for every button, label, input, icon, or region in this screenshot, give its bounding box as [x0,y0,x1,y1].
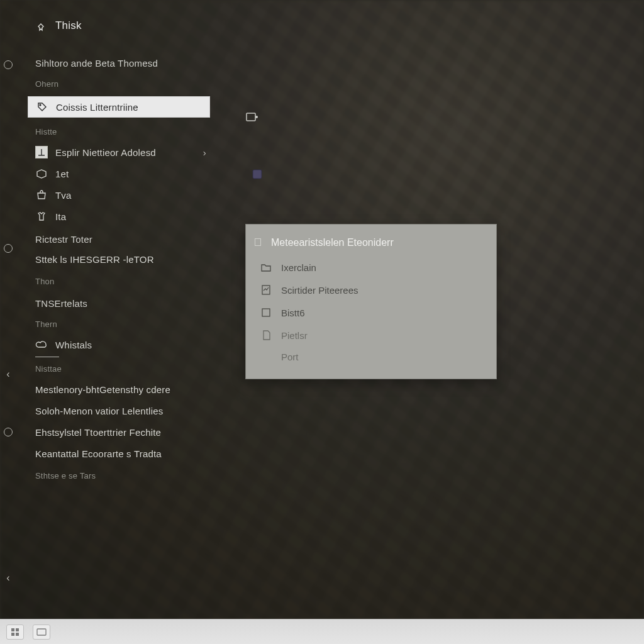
menu-title-text: Thisk [55,19,82,32]
desktop-shortcut-icon[interactable] [245,111,259,125]
svg-rect-2 [253,170,262,179]
menu-sub-label: Thon [0,270,219,291]
menu-sub-label: Thern [0,313,219,334]
context-menu: Meteearistslelen Eteoniderr Ixerclain Sc… [245,224,497,379]
menu-item[interactable]: Keantattal Ecoorarte s Tradta [0,443,219,464]
menu-heading: Sihltoro ande Beta Thomesd [0,42,219,72]
taskbar-start-button[interactable] [6,625,24,640]
svg-rect-6 [11,628,14,631]
bag-icon [35,189,48,201]
menu-item[interactable]: Whistals [0,334,219,355]
context-menu-item[interactable]: Ixerclain [246,256,496,279]
cloud-icon [35,338,48,351]
context-menu-item[interactable]: Pietlsr [246,324,496,347]
collapse-chevron-icon[interactable]: ‹ [4,574,13,582]
folder-icon [260,261,272,274]
desktop-shortcut-icon[interactable] [250,167,264,181]
menu-section-heading: TNSErtelats [0,291,219,313]
square-icon [260,306,272,319]
svg-rect-9 [16,633,19,636]
menu-item[interactable]: Ehstsylstel Ttoerttrier Fechite [0,421,219,443]
menu-item[interactable]: Sttek ls IHESGERR -leTOR [0,248,219,270]
document-icon [260,284,272,296]
svg-point-1 [255,116,258,118]
context-menu-title: Meteearistslelen Eteoniderr [246,231,496,256]
menu-item[interactable]: Soloh-Menon vatior Lelentlies [0,400,219,421]
start-menu-panel: ‹ ‹ Thisk Sihltoro ande Beta Thomesd Ohe… [0,0,219,523]
menu-heading-sub: Ohern [0,72,219,94]
box-icon [35,167,48,180]
menu-sub-label: Nisttae [0,357,219,379]
quicklist-item[interactable]: Tva [0,184,219,206]
svg-rect-8 [11,633,14,636]
quicklist-item[interactable]: 1et [0,163,219,184]
pinned-tile-label: Coissis Litterntriine [56,102,138,113]
context-menu-item[interactable]: Port [246,347,496,367]
shirt-icon [35,210,48,223]
taskbar-button[interactable] [33,625,50,640]
tag-icon [36,101,48,113]
recent-item[interactable]: Esplir Niettieor Adolesd [0,142,219,163]
pin-icon [35,19,48,32]
svg-rect-10 [37,629,46,635]
menu-item[interactable]: Mestlenory-bhtGetensthy cdere [0,379,219,400]
recent-item-label: Esplir Niettieor Adolesd [55,147,156,158]
quicklist-item[interactable]: Ita [0,206,219,227]
taskbar [0,619,644,644]
menu-section-heading: Rictestr Toter [0,227,219,248]
svg-rect-4 [262,286,270,294]
page-icon [260,329,272,341]
svg-rect-7 [16,628,19,631]
history-label: Histte [0,120,219,142]
svg-rect-0 [247,113,255,121]
menu-heading-text: Sihltoro ande Beta Thomesd [35,58,158,69]
svg-point-3 [40,104,41,106]
app-square-icon [35,146,48,158]
context-menu-item[interactable]: Bistt6 [246,301,496,324]
menu-item[interactable]: Sthtse e se Tars [0,464,219,486]
svg-rect-5 [262,309,270,316]
context-menu-item[interactable]: Scirtider Piteerees [246,279,496,301]
menu-title: Thisk [0,15,219,36]
pinned-tile[interactable]: Coissis Litterntriine [28,96,210,118]
